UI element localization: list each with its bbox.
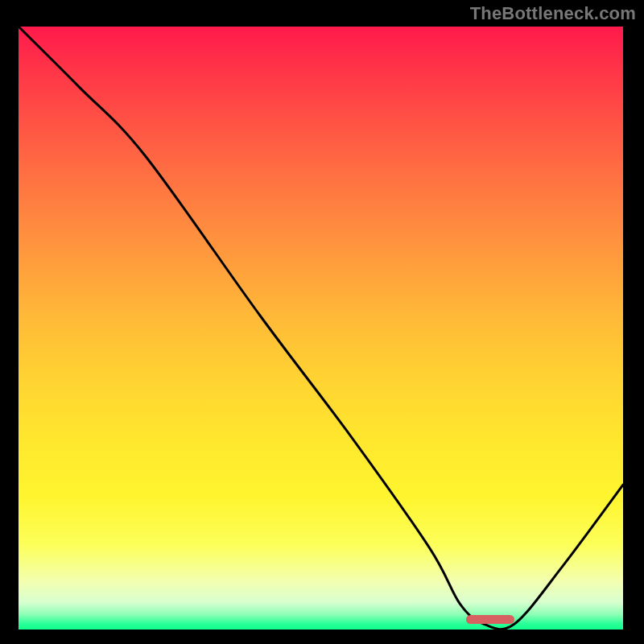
chart-container: TheBottleneck.com — [0, 0, 644, 644]
plot-area — [19, 27, 623, 630]
optimal-range-marker — [466, 615, 514, 624]
watermark-text: TheBottleneck.com — [470, 3, 636, 24]
bottleneck-curve — [19, 27, 623, 630]
